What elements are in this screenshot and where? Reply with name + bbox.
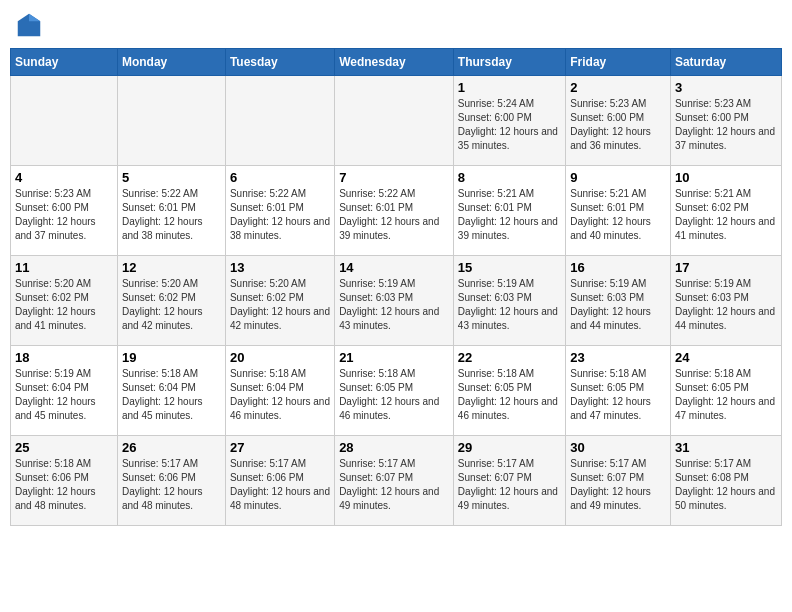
calendar-cell: 1 Sunrise: 5:24 AM Sunset: 6:00 PM Dayli… [453, 76, 565, 166]
calendar-cell: 29 Sunrise: 5:17 AM Sunset: 6:07 PM Dayl… [453, 436, 565, 526]
day-info: Sunrise: 5:18 AM Sunset: 6:06 PM Dayligh… [15, 457, 113, 513]
calendar-cell: 31 Sunrise: 5:17 AM Sunset: 6:08 PM Dayl… [670, 436, 781, 526]
day-info: Sunrise: 5:20 AM Sunset: 6:02 PM Dayligh… [230, 277, 330, 333]
day-number: 9 [570, 170, 666, 185]
day-info: Sunrise: 5:18 AM Sunset: 6:05 PM Dayligh… [675, 367, 777, 423]
calendar-cell: 30 Sunrise: 5:17 AM Sunset: 6:07 PM Dayl… [566, 436, 671, 526]
day-info: Sunrise: 5:22 AM Sunset: 6:01 PM Dayligh… [230, 187, 330, 243]
day-number: 21 [339, 350, 449, 365]
day-info: Sunrise: 5:17 AM Sunset: 6:07 PM Dayligh… [570, 457, 666, 513]
calendar-cell [117, 76, 225, 166]
svg-marker-1 [29, 14, 40, 22]
day-number: 12 [122, 260, 221, 275]
weekday-header: Monday [117, 49, 225, 76]
calendar-cell: 10 Sunrise: 5:21 AM Sunset: 6:02 PM Dayl… [670, 166, 781, 256]
day-number: 6 [230, 170, 330, 185]
day-number: 2 [570, 80, 666, 95]
day-info: Sunrise: 5:24 AM Sunset: 6:00 PM Dayligh… [458, 97, 561, 153]
calendar-body: 1 Sunrise: 5:24 AM Sunset: 6:00 PM Dayli… [11, 76, 782, 526]
day-number: 8 [458, 170, 561, 185]
logo [14, 10, 48, 40]
day-number: 30 [570, 440, 666, 455]
day-info: Sunrise: 5:18 AM Sunset: 6:05 PM Dayligh… [458, 367, 561, 423]
calendar-week-row: 18 Sunrise: 5:19 AM Sunset: 6:04 PM Dayl… [11, 346, 782, 436]
day-number: 22 [458, 350, 561, 365]
calendar-cell: 22 Sunrise: 5:18 AM Sunset: 6:05 PM Dayl… [453, 346, 565, 436]
calendar-cell: 12 Sunrise: 5:20 AM Sunset: 6:02 PM Dayl… [117, 256, 225, 346]
day-info: Sunrise: 5:21 AM Sunset: 6:02 PM Dayligh… [675, 187, 777, 243]
day-info: Sunrise: 5:17 AM Sunset: 6:06 PM Dayligh… [122, 457, 221, 513]
day-info: Sunrise: 5:18 AM Sunset: 6:04 PM Dayligh… [122, 367, 221, 423]
day-number: 14 [339, 260, 449, 275]
day-number: 7 [339, 170, 449, 185]
day-number: 18 [15, 350, 113, 365]
calendar-cell: 4 Sunrise: 5:23 AM Sunset: 6:00 PM Dayli… [11, 166, 118, 256]
day-info: Sunrise: 5:19 AM Sunset: 6:04 PM Dayligh… [15, 367, 113, 423]
calendar-cell: 23 Sunrise: 5:18 AM Sunset: 6:05 PM Dayl… [566, 346, 671, 436]
calendar-cell: 19 Sunrise: 5:18 AM Sunset: 6:04 PM Dayl… [117, 346, 225, 436]
calendar-cell: 11 Sunrise: 5:20 AM Sunset: 6:02 PM Dayl… [11, 256, 118, 346]
day-number: 1 [458, 80, 561, 95]
calendar-cell: 16 Sunrise: 5:19 AM Sunset: 6:03 PM Dayl… [566, 256, 671, 346]
calendar-week-row: 4 Sunrise: 5:23 AM Sunset: 6:00 PM Dayli… [11, 166, 782, 256]
calendar-cell [335, 76, 454, 166]
day-number: 26 [122, 440, 221, 455]
day-info: Sunrise: 5:19 AM Sunset: 6:03 PM Dayligh… [675, 277, 777, 333]
calendar-cell: 2 Sunrise: 5:23 AM Sunset: 6:00 PM Dayli… [566, 76, 671, 166]
day-info: Sunrise: 5:17 AM Sunset: 6:07 PM Dayligh… [458, 457, 561, 513]
day-info: Sunrise: 5:18 AM Sunset: 6:04 PM Dayligh… [230, 367, 330, 423]
calendar-cell: 7 Sunrise: 5:22 AM Sunset: 6:01 PM Dayli… [335, 166, 454, 256]
day-number: 29 [458, 440, 561, 455]
day-info: Sunrise: 5:19 AM Sunset: 6:03 PM Dayligh… [458, 277, 561, 333]
calendar-cell: 20 Sunrise: 5:18 AM Sunset: 6:04 PM Dayl… [225, 346, 334, 436]
day-info: Sunrise: 5:22 AM Sunset: 6:01 PM Dayligh… [122, 187, 221, 243]
day-number: 17 [675, 260, 777, 275]
day-number: 15 [458, 260, 561, 275]
calendar-cell: 14 Sunrise: 5:19 AM Sunset: 6:03 PM Dayl… [335, 256, 454, 346]
day-number: 19 [122, 350, 221, 365]
page-header [10, 10, 782, 40]
day-number: 28 [339, 440, 449, 455]
calendar-cell: 18 Sunrise: 5:19 AM Sunset: 6:04 PM Dayl… [11, 346, 118, 436]
weekday-header: Thursday [453, 49, 565, 76]
day-number: 16 [570, 260, 666, 275]
calendar-week-row: 25 Sunrise: 5:18 AM Sunset: 6:06 PM Dayl… [11, 436, 782, 526]
day-info: Sunrise: 5:17 AM Sunset: 6:07 PM Dayligh… [339, 457, 449, 513]
day-info: Sunrise: 5:20 AM Sunset: 6:02 PM Dayligh… [15, 277, 113, 333]
weekday-header: Saturday [670, 49, 781, 76]
day-number: 20 [230, 350, 330, 365]
calendar-cell: 3 Sunrise: 5:23 AM Sunset: 6:00 PM Dayli… [670, 76, 781, 166]
day-info: Sunrise: 5:22 AM Sunset: 6:01 PM Dayligh… [339, 187, 449, 243]
day-info: Sunrise: 5:21 AM Sunset: 6:01 PM Dayligh… [570, 187, 666, 243]
day-info: Sunrise: 5:23 AM Sunset: 6:00 PM Dayligh… [570, 97, 666, 153]
day-number: 5 [122, 170, 221, 185]
calendar-cell: 21 Sunrise: 5:18 AM Sunset: 6:05 PM Dayl… [335, 346, 454, 436]
calendar-cell: 8 Sunrise: 5:21 AM Sunset: 6:01 PM Dayli… [453, 166, 565, 256]
calendar-cell: 5 Sunrise: 5:22 AM Sunset: 6:01 PM Dayli… [117, 166, 225, 256]
weekday-header: Sunday [11, 49, 118, 76]
day-info: Sunrise: 5:23 AM Sunset: 6:00 PM Dayligh… [15, 187, 113, 243]
day-info: Sunrise: 5:19 AM Sunset: 6:03 PM Dayligh… [339, 277, 449, 333]
day-number: 27 [230, 440, 330, 455]
calendar-header: SundayMondayTuesdayWednesdayThursdayFrid… [11, 49, 782, 76]
day-number: 3 [675, 80, 777, 95]
day-number: 4 [15, 170, 113, 185]
day-info: Sunrise: 5:18 AM Sunset: 6:05 PM Dayligh… [570, 367, 666, 423]
day-number: 11 [15, 260, 113, 275]
day-info: Sunrise: 5:17 AM Sunset: 6:08 PM Dayligh… [675, 457, 777, 513]
day-number: 10 [675, 170, 777, 185]
header-row: SundayMondayTuesdayWednesdayThursdayFrid… [11, 49, 782, 76]
calendar-cell: 6 Sunrise: 5:22 AM Sunset: 6:01 PM Dayli… [225, 166, 334, 256]
calendar-cell: 26 Sunrise: 5:17 AM Sunset: 6:06 PM Dayl… [117, 436, 225, 526]
calendar-cell: 17 Sunrise: 5:19 AM Sunset: 6:03 PM Dayl… [670, 256, 781, 346]
day-info: Sunrise: 5:23 AM Sunset: 6:00 PM Dayligh… [675, 97, 777, 153]
calendar-cell: 13 Sunrise: 5:20 AM Sunset: 6:02 PM Dayl… [225, 256, 334, 346]
day-number: 23 [570, 350, 666, 365]
day-number: 25 [15, 440, 113, 455]
calendar-cell: 25 Sunrise: 5:18 AM Sunset: 6:06 PM Dayl… [11, 436, 118, 526]
day-info: Sunrise: 5:19 AM Sunset: 6:03 PM Dayligh… [570, 277, 666, 333]
day-info: Sunrise: 5:21 AM Sunset: 6:01 PM Dayligh… [458, 187, 561, 243]
calendar-cell: 27 Sunrise: 5:17 AM Sunset: 6:06 PM Dayl… [225, 436, 334, 526]
calendar-week-row: 1 Sunrise: 5:24 AM Sunset: 6:00 PM Dayli… [11, 76, 782, 166]
calendar-cell: 9 Sunrise: 5:21 AM Sunset: 6:01 PM Dayli… [566, 166, 671, 256]
